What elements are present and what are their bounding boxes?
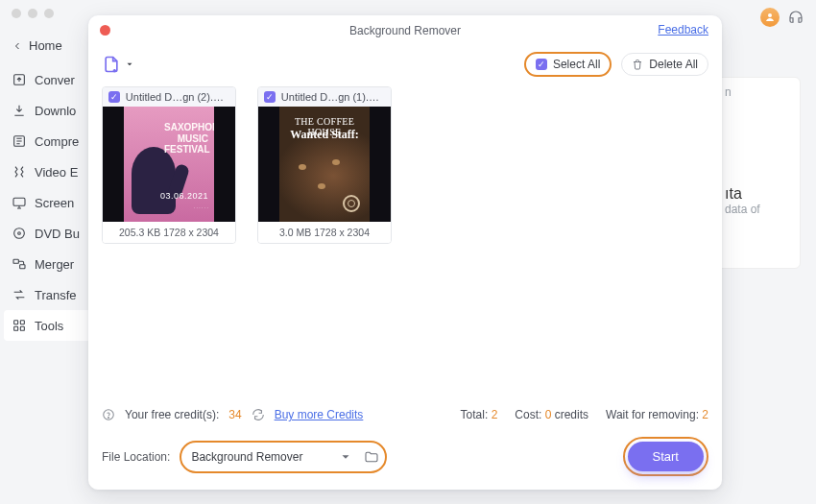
checkbox-checked-icon[interactable]: ✓ bbox=[108, 91, 120, 103]
file-location-label: File Location: bbox=[102, 450, 170, 464]
sidebar-item-dvd[interactable]: DVD Bu bbox=[4, 218, 92, 249]
background-panel: n ıta data of bbox=[716, 77, 801, 269]
sidebar: Home ConverDownloCompreVideo EScreenDVD … bbox=[0, 27, 96, 504]
thumbnail: THE COFFEE HOUSEWanted Staff: bbox=[258, 107, 391, 222]
user-icon bbox=[764, 12, 776, 23]
svg-point-13 bbox=[108, 417, 109, 418]
file-name: Untitled D…gn (2).png bbox=[126, 91, 229, 103]
sidebar-item-tools[interactable]: Tools bbox=[4, 310, 92, 341]
total-stat: Total: 2 bbox=[461, 408, 498, 421]
sidebar-item-label: Compre bbox=[35, 134, 79, 149]
cost-stat: Cost: 0 credits bbox=[515, 408, 588, 421]
sidebar-list: ConverDownloCompreVideo EScreenDVD BuMer… bbox=[4, 64, 92, 341]
add-files-button[interactable] bbox=[102, 55, 134, 74]
headset-icon bbox=[787, 9, 804, 26]
file-meta: 3.0 MB 1728 x 2304 bbox=[258, 222, 391, 243]
file-card[interactable]: ✓Untitled D…gn (1).pngTHE COFFEE HOUSEWa… bbox=[257, 86, 392, 244]
file-name: Untitled D…gn (1).png bbox=[281, 91, 385, 103]
traffic-dot bbox=[44, 9, 54, 18]
file-location-input[interactable] bbox=[187, 444, 331, 469]
sidebar-item-convert[interactable]: Conver bbox=[4, 64, 92, 95]
avatar[interactable] bbox=[760, 8, 780, 27]
location-row: File Location: Start bbox=[102, 437, 708, 476]
transfer-icon bbox=[12, 287, 27, 302]
refresh-icon[interactable] bbox=[252, 408, 265, 421]
sidebar-item-label: Screen bbox=[35, 196, 74, 210]
svg-point-5 bbox=[18, 232, 21, 235]
modal-header: Background Remover Feedback bbox=[88, 15, 722, 46]
screen-icon bbox=[12, 195, 27, 210]
sidebar-item-screen[interactable]: Screen bbox=[4, 187, 92, 218]
help-icon[interactable] bbox=[102, 408, 115, 421]
window-controls bbox=[12, 9, 54, 18]
compress-icon bbox=[12, 133, 27, 149]
sidebar-item-label: Tools bbox=[35, 319, 63, 333]
svg-point-0 bbox=[768, 13, 772, 17]
traffic-dot bbox=[12, 9, 21, 18]
modal-toolbar: ✓ Select All Delete All bbox=[88, 46, 722, 86]
bg-text: n bbox=[725, 85, 792, 99]
bg-heading: ıta bbox=[725, 185, 792, 203]
sidebar-item-download[interactable]: Downlo bbox=[4, 95, 92, 126]
svg-rect-8 bbox=[14, 321, 18, 324]
select-all-button[interactable]: ✓ Select All bbox=[524, 52, 612, 77]
merger-icon bbox=[12, 256, 27, 272]
delete-all-label: Delete All bbox=[649, 58, 698, 71]
checkbox-checked-icon[interactable]: ✓ bbox=[264, 91, 276, 103]
svg-rect-11 bbox=[20, 326, 24, 330]
support-button[interactable] bbox=[787, 9, 804, 26]
sidebar-item-label: DVD Bu bbox=[35, 227, 80, 241]
folder-open-icon[interactable] bbox=[364, 449, 379, 465]
dvd-icon bbox=[12, 226, 27, 241]
file-card-header: ✓Untitled D…gn (1).png bbox=[258, 87, 391, 107]
wait-stat: Wait for removing: 2 bbox=[606, 408, 708, 421]
credits-label: Your free credit(s): bbox=[125, 408, 219, 421]
chevron-down-icon bbox=[125, 60, 134, 69]
sidebar-item-videoedit[interactable]: Video E bbox=[4, 156, 92, 187]
close-modal-button[interactable] bbox=[100, 25, 110, 36]
videoedit-icon bbox=[12, 164, 27, 180]
svg-point-4 bbox=[14, 228, 25, 239]
credits-value: 34 bbox=[228, 408, 241, 421]
file-meta: 205.3 KB 1728 x 2304 bbox=[103, 222, 235, 243]
sidebar-item-label: Downlo bbox=[35, 104, 76, 118]
stats-group: Total: 2 Cost: 0 credits Wait for removi… bbox=[461, 408, 708, 421]
svg-rect-6 bbox=[13, 259, 18, 263]
feedback-link[interactable]: Feedback bbox=[658, 23, 708, 36]
sidebar-item-compress[interactable]: Compre bbox=[4, 126, 92, 156]
start-button[interactable]: Start bbox=[628, 442, 704, 471]
convert-icon bbox=[12, 72, 27, 87]
sidebar-item-label: Merger bbox=[35, 257, 74, 272]
file-location-control bbox=[180, 441, 387, 473]
svg-rect-9 bbox=[20, 321, 24, 324]
add-file-icon bbox=[102, 55, 121, 74]
thumbnail: SAXOPHONEMUSICFESTIVAL03.06.2021· · · · … bbox=[103, 107, 235, 222]
back-home-button[interactable]: Home bbox=[4, 33, 92, 59]
svg-rect-10 bbox=[14, 326, 18, 330]
download-icon bbox=[12, 103, 27, 118]
sidebar-item-transfer[interactable]: Transfe bbox=[4, 279, 92, 310]
trash-icon bbox=[632, 59, 643, 70]
file-card[interactable]: ✓Untitled D…gn (2).pngSAXOPHONEMUSICFEST… bbox=[102, 86, 236, 244]
sidebar-item-label: Conver bbox=[35, 73, 75, 87]
sidebar-item-label: Transfe bbox=[35, 288, 77, 302]
credits-row: Your free credit(s): 34 Buy more Credits… bbox=[102, 408, 708, 421]
start-button-highlight: Start bbox=[623, 437, 708, 476]
traffic-dot bbox=[28, 9, 37, 18]
modal-footer: Your free credit(s): 34 Buy more Credits… bbox=[88, 398, 722, 490]
sidebar-item-merger[interactable]: Merger bbox=[4, 249, 92, 279]
toolbar-right: ✓ Select All Delete All bbox=[524, 52, 708, 77]
checkbox-checked-icon: ✓ bbox=[536, 59, 547, 70]
chevron-down-icon[interactable] bbox=[339, 450, 352, 464]
chevron-left-icon bbox=[12, 40, 23, 52]
app-frame: Home ConverDownloCompreVideo EScreenDVD … bbox=[0, 0, 816, 504]
svg-rect-7 bbox=[20, 265, 25, 269]
thumbnail-image: THE COFFEE HOUSEWanted Staff: bbox=[279, 107, 370, 222]
buy-more-credits-link[interactable]: Buy more Credits bbox=[275, 408, 364, 421]
select-all-label: Select All bbox=[553, 58, 600, 71]
sidebar-item-label: Video E bbox=[35, 165, 78, 180]
back-home-label: Home bbox=[29, 38, 62, 53]
delete-all-button[interactable]: Delete All bbox=[621, 53, 708, 76]
modal-title: Background Remover bbox=[349, 24, 461, 37]
background-remover-modal: Background Remover Feedback ✓ Select All… bbox=[88, 15, 722, 490]
